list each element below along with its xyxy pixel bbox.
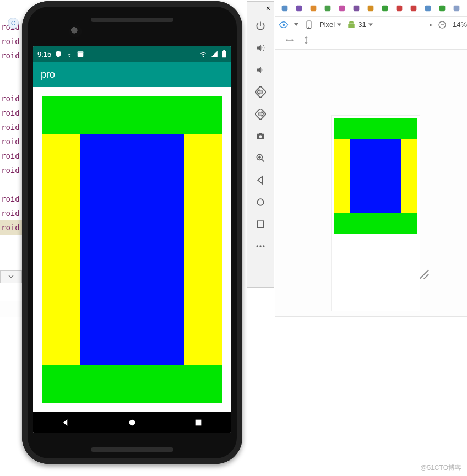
speed-icon[interactable] <box>365 2 377 14</box>
battery-icon <box>221 50 227 58</box>
close-button[interactable]: × <box>266 4 270 13</box>
preview-layout <box>334 118 417 234</box>
home-icon[interactable] <box>249 191 271 213</box>
app-content[interactable] <box>33 87 231 412</box>
power-icon[interactable] <box>249 15 271 37</box>
rotate-right-icon[interactable] <box>249 103 271 125</box>
nav-back-button[interactable] <box>58 418 74 428</box>
overview-icon[interactable] <box>249 213 271 235</box>
wifi-half-icon <box>66 50 73 58</box>
shield-icon <box>55 50 62 58</box>
svg-point-12 <box>257 245 258 247</box>
mid-row <box>42 134 222 365</box>
pan-horizontal-icon[interactable] <box>285 36 294 47</box>
speaker-icon <box>91 447 173 452</box>
code-line: roid <box>0 106 22 120</box>
stack-icon[interactable] <box>293 2 305 14</box>
code-line: roid <box>0 192 22 206</box>
expand-panel-button[interactable] <box>0 270 22 283</box>
api-dropdown-label: 31 <box>358 20 366 29</box>
code-line: roid <box>0 206 22 220</box>
code-line: roid <box>0 91 22 106</box>
code-line <box>0 63 22 77</box>
volume-down-icon[interactable] <box>249 59 271 81</box>
svg-point-4 <box>129 420 135 426</box>
center-view <box>350 139 400 213</box>
design-surface[interactable] <box>275 50 467 316</box>
zoom-out-icon[interactable] <box>437 20 447 30</box>
design-toolbar: Pixel 31 » 14% <box>275 17 467 33</box>
app-title-bar: pro <box>33 62 231 87</box>
code-line: roid <box>0 48 22 63</box>
more-icon[interactable] <box>249 235 271 257</box>
svg-rect-1 <box>78 51 84 53</box>
clock-label: 9:15 <box>37 50 51 58</box>
eye-icon[interactable] <box>279 20 289 30</box>
svg-point-14 <box>263 245 264 247</box>
code-line <box>0 77 22 91</box>
zoom-in-icon[interactable] <box>249 147 271 169</box>
chevron-down-icon[interactable] <box>294 23 298 26</box>
svg-rect-24 <box>411 5 417 11</box>
pan-vertical-icon[interactable] <box>302 36 311 47</box>
demo-layout <box>42 96 222 403</box>
svg-rect-22 <box>382 5 388 11</box>
svg-rect-23 <box>397 5 403 11</box>
run-icon[interactable] <box>379 2 391 14</box>
attach-icon[interactable] <box>393 2 405 14</box>
resize-handle-icon[interactable] <box>415 259 428 272</box>
stop-icon[interactable] <box>408 2 420 14</box>
hammer-icon[interactable] <box>350 2 362 14</box>
ide-main-toolbar <box>275 0 467 17</box>
center-view <box>80 134 184 365</box>
rotate-left-icon[interactable] <box>249 81 271 103</box>
calendar-icon <box>77 50 84 58</box>
top-bar-view <box>334 118 417 139</box>
speaker-icon <box>91 18 173 22</box>
svg-rect-15 <box>282 5 288 11</box>
zoom-level-label: 14% <box>453 20 467 29</box>
select-icon[interactable] <box>279 2 291 14</box>
svg-rect-3 <box>223 50 225 51</box>
svg-point-8 <box>259 135 262 138</box>
device-dropdown-label: Pixel <box>319 20 335 29</box>
code-line <box>0 177 22 192</box>
nav-recent-button[interactable] <box>190 418 207 427</box>
layers-icon[interactable] <box>307 2 319 14</box>
camera-icon[interactable] <box>249 125 271 147</box>
code-line: roid <box>0 149 22 163</box>
editor-tab-badge[interactable]: C <box>8 18 19 29</box>
minimize-button[interactable]: – <box>256 4 260 13</box>
api-dropdown[interactable]: 31 <box>347 20 372 29</box>
palette-icon[interactable] <box>336 2 348 14</box>
design-pan-toolbar <box>275 33 467 50</box>
svg-rect-27 <box>454 5 460 11</box>
emulator-side-panel: – × <box>247 1 274 288</box>
code-line: roid <box>0 34 22 48</box>
code-line: roid <box>0 220 22 235</box>
cast-icon[interactable] <box>422 2 434 14</box>
back-icon[interactable] <box>249 169 271 191</box>
svg-rect-20 <box>354 5 360 11</box>
code-line: roid <box>0 134 22 149</box>
lint-play-icon[interactable] <box>436 2 448 14</box>
tree-icon[interactable] <box>322 2 334 14</box>
svg-rect-2 <box>222 51 226 57</box>
svg-point-13 <box>259 245 261 247</box>
code-line: roid <box>0 120 22 134</box>
top-bar-view <box>42 96 222 134</box>
nav-home-button[interactable] <box>124 418 140 428</box>
svg-rect-18 <box>325 5 331 11</box>
svg-rect-26 <box>439 5 446 11</box>
app-title-label: pro <box>41 69 55 80</box>
layout-preview[interactable] <box>332 116 420 311</box>
profiler-icon[interactable] <box>450 2 463 14</box>
status-bar: 9:15 <box>33 46 231 62</box>
svg-point-30 <box>308 26 309 28</box>
wifi-icon <box>199 50 207 58</box>
svg-rect-21 <box>368 5 374 11</box>
volume-up-icon[interactable] <box>249 37 271 59</box>
svg-rect-16 <box>296 5 302 11</box>
device-dropdown[interactable]: Pixel <box>319 20 341 29</box>
expand-button[interactable]: » <box>429 21 432 29</box>
